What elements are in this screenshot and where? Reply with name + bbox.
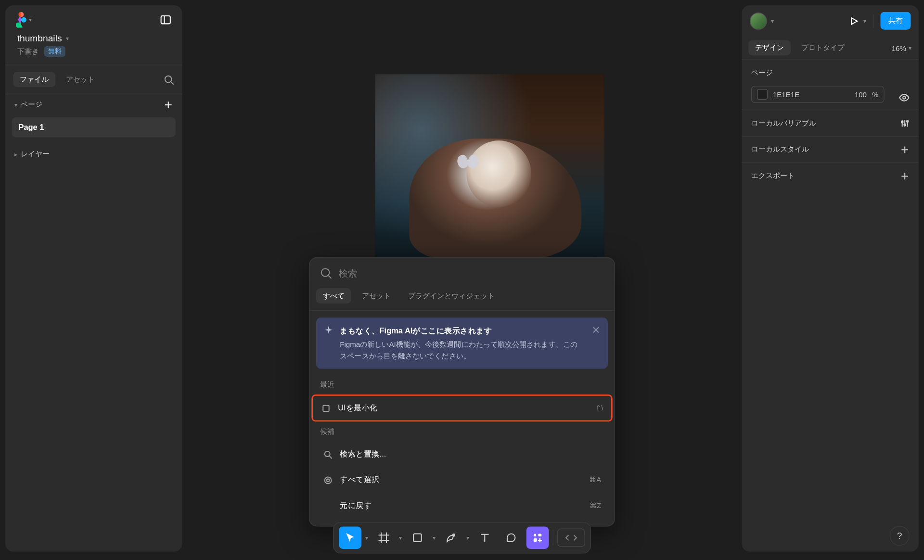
plus-icon [900,145,910,154]
add-page-button[interactable] [164,100,173,109]
eye-icon [899,92,910,103]
share-button[interactable]: 共有 [880,12,911,30]
svg-point-16 [907,120,909,122]
left-panel: ▾ thumbnails ▾ 下書き 無料 ファイル アセット [5,5,182,552]
chevron-down-icon: ▾ [909,45,912,51]
pages-label: ページ [21,100,42,110]
svg-line-27 [329,456,332,458]
section-page-header: ページ [742,59,919,86]
close-icon [592,326,600,333]
collapse-panel-button[interactable] [160,14,172,26]
chevron-down-icon[interactable]: ▾ [863,17,867,24]
section-local-styles[interactable]: ローカルスタイル [742,136,919,163]
qa-item-label: UIを最小化 [338,403,377,414]
qa-item-undo[interactable]: 元に戻す ⌘Z [313,494,610,518]
draft-label[interactable]: 下書き [17,47,39,57]
blank-icon [323,500,334,511]
actions-tool[interactable] [526,526,549,549]
search-icon [323,449,334,459]
right-panel: ▾ ▾ 共有 デザイン プロトタイプ 16% ▾ ページ [742,5,919,552]
chevron-right-icon: ▸ [14,151,18,157]
sliders-icon [900,118,910,127]
project-title-row[interactable]: thumbnails ▾ [5,32,182,46]
frame-icon [378,532,390,544]
recent-label: 最近 [309,375,615,393]
color-swatch[interactable] [757,89,768,100]
comment-icon [505,532,517,544]
page-item[interactable]: Page 1 [12,117,176,137]
placeholder-shape [458,155,479,171]
search-icon [320,267,332,279]
qa-tab-plugins[interactable]: プラグインとウィジェット [401,288,501,304]
placeholder-shape [467,140,531,207]
tab-design[interactable]: デザイン [748,40,791,56]
actions-icon [532,532,544,544]
section-page-label: ページ [751,68,773,78]
svg-line-6 [171,81,173,84]
zoom-dropdown[interactable]: 16% ▾ [892,44,912,51]
chevron-down-icon[interactable]: ▾ [466,535,470,541]
help-icon: ? [897,531,902,541]
svg-rect-3 [161,16,170,24]
svg-point-15 [904,124,906,126]
svg-point-10 [903,96,905,99]
visibility-toggle[interactable] [899,92,919,103]
shape-tool[interactable] [406,526,429,549]
comment-tool[interactable] [500,526,523,549]
chevron-down-icon[interactable]: ▾ [399,535,402,541]
sparkle-icon [324,326,333,335]
layers-label: レイヤー [21,149,50,159]
qa-item-select-all[interactable]: すべて選択 ⌘A [313,468,610,492]
rectangle-icon [411,532,424,544]
play-icon [849,15,860,26]
quick-actions-search-input[interactable] [339,268,604,279]
qa-item-find-replace[interactable]: 検索と置換... [313,442,610,467]
qa-tab-all[interactable]: すべて [316,288,351,304]
svg-marker-9 [851,17,857,24]
search-button[interactable] [164,74,174,85]
background-color-row[interactable]: 1E1E1E 100 % [751,86,885,103]
toolbar: ▾ ▾ ▾ ▾ [333,522,591,554]
chevron-down-icon[interactable]: ▾ [365,535,369,541]
avatar[interactable] [750,12,767,29]
svg-rect-39 [538,534,541,536]
svg-line-22 [329,276,331,278]
qa-tab-assets[interactable]: アセット [355,288,398,304]
cursor-icon [344,532,356,544]
tab-file[interactable]: ファイル [13,72,55,87]
suggestions-label: 候補 [309,423,615,441]
svg-rect-25 [323,405,329,411]
plan-badge[interactable]: 無料 [44,46,65,57]
text-tool[interactable] [474,526,496,549]
section-export[interactable]: エクスポート [742,162,919,189]
help-button[interactable]: ? [890,526,910,546]
qa-item-minimize-ui[interactable]: UIを最小化 ⇧\ [311,395,612,421]
present-button[interactable] [849,15,860,26]
local-variables-label: ローカルバリアブル [751,118,817,128]
dev-mode-icon [565,533,578,542]
search-icon [164,74,174,85]
opacity-value[interactable]: 100 [855,90,867,98]
chevron-down-icon[interactable]: ▾ [771,17,774,24]
svg-rect-34 [413,534,421,541]
shortcut: ⇧\ [595,404,603,412]
export-label: エクスポート [751,171,795,181]
chevron-down-icon[interactable]: ▾ [433,535,436,541]
svg-point-21 [321,268,329,276]
frame-tool[interactable] [372,526,395,549]
dev-mode-toggle[interactable] [557,528,585,547]
qa-item-label: すべて選択 [340,474,379,485]
move-tool[interactable] [339,526,361,549]
pages-section-toggle[interactable]: ▾ ページ [14,100,42,110]
tab-assets[interactable]: アセット [59,72,102,87]
layers-section-toggle[interactable]: ▸ レイヤー [5,140,182,168]
tab-prototype[interactable]: プロトタイプ [795,40,851,56]
banner-desc: Figmaの新しいAI機能が、今後数週間にわたって順次公開されます。このスペース… [340,339,584,361]
square-icon [321,403,332,413]
section-local-variables[interactable]: ローカルバリアブル [742,110,919,136]
canvas-frame-thumbnail[interactable] [375,74,604,259]
hex-value[interactable]: 1E1E1E [773,90,849,98]
banner-close-button[interactable] [592,326,600,333]
pen-tool[interactable] [440,526,462,549]
main-menu-button[interactable]: ▾ [16,12,32,28]
